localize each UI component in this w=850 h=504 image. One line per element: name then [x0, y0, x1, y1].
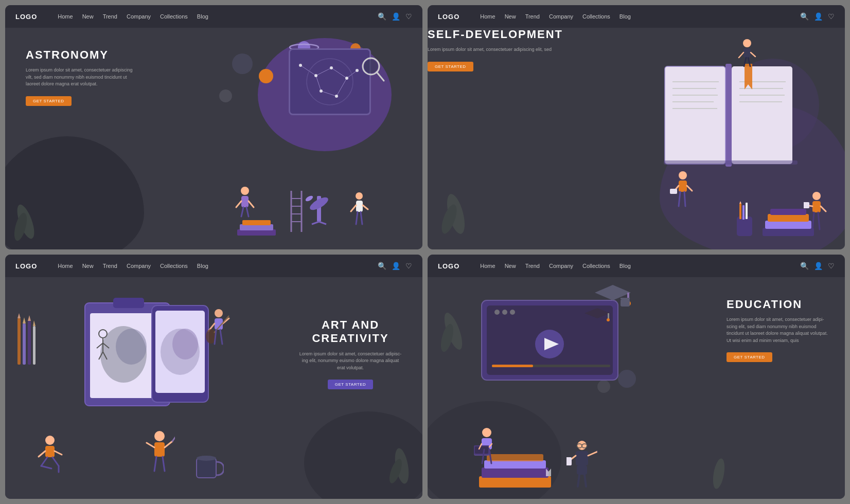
nav-collections-3[interactable]: Collections: [160, 263, 188, 269]
svg-line-40: [363, 205, 368, 209]
nav-collections-2[interactable]: Collections: [582, 13, 610, 20]
heart-icon-4[interactable]: ♡: [828, 262, 835, 270]
svg-rect-185: [576, 451, 588, 465]
svg-rect-49: [665, 66, 725, 164]
svg-rect-64: [743, 48, 751, 58]
svg-line-121: [39, 451, 45, 457]
nav-trend-2[interactable]: Trend: [525, 13, 540, 20]
big-book: [649, 53, 814, 179]
nav-new-2[interactable]: New: [505, 13, 516, 20]
svg-point-152: [502, 310, 507, 315]
svg-line-7: [321, 91, 337, 96]
nav-icons-1: 🔍 👤 ♡: [378, 12, 412, 21]
svg-rect-167: [479, 476, 551, 488]
svg-rect-79: [770, 209, 806, 215]
user-icon-4[interactable]: 👤: [814, 262, 823, 270]
person-laptop: [469, 427, 505, 471]
svg-line-115: [172, 434, 175, 441]
nav-home-1[interactable]: Home: [58, 13, 73, 20]
user-icon-1[interactable]: 👤: [392, 12, 400, 21]
nav-company-1[interactable]: Company: [127, 13, 151, 20]
nav-trend-3[interactable]: Trend: [103, 263, 117, 269]
svg-rect-176: [475, 446, 488, 454]
svg-rect-112: [154, 442, 165, 457]
get-started-button-astronomy[interactable]: GET STARTED: [26, 96, 72, 106]
svg-line-89: [821, 206, 826, 211]
nav-blog-4[interactable]: Blog: [619, 263, 631, 269]
leaf-decor-1: [10, 201, 41, 244]
svg-line-36: [246, 207, 249, 217]
nav-home-3[interactable]: Home: [58, 263, 73, 269]
heart-icon-2[interactable]: ♡: [828, 12, 835, 21]
nav-icons-4: 🔍 👤 ♡: [800, 262, 835, 270]
search-icon-2[interactable]: 🔍: [800, 12, 809, 21]
section-title-astronomy: ASTRONOMY: [26, 48, 139, 62]
search-icon-4[interactable]: 🔍: [800, 262, 809, 270]
svg-line-125: [41, 466, 51, 469]
svg-line-192: [585, 475, 586, 487]
user-icon-3[interactable]: 👤: [392, 262, 400, 270]
card-body-astronomy: ASTRONOMY Lorem ipsum dolor sit amet, co…: [5, 28, 422, 249]
nav-company-3[interactable]: Company: [127, 263, 151, 269]
svg-rect-72: [670, 189, 677, 194]
nav-trend-4[interactable]: Trend: [525, 263, 540, 269]
svg-marker-135: [28, 315, 31, 321]
nav-blog-3[interactable]: Blog: [197, 263, 208, 269]
svg-line-145: [220, 330, 222, 344]
nav-new-1[interactable]: New: [82, 13, 94, 20]
svg-rect-81: [739, 204, 741, 219]
svg-line-191: [578, 475, 579, 487]
mug: [196, 451, 224, 483]
section-body-selfdev: Lorem ipsum dolor sit amet, consectetuer…: [428, 46, 845, 53]
search-icon-3[interactable]: 🔍: [378, 262, 386, 270]
svg-line-186: [588, 452, 597, 456]
tablet: [149, 303, 211, 408]
person-standing-right: [804, 191, 829, 239]
navbar-art: LOGO Home New Trend Company Collections …: [5, 255, 422, 277]
svg-point-153: [510, 310, 515, 315]
get-started-button-education[interactable]: GET STARTED: [727, 352, 772, 362]
svg-rect-88: [804, 202, 809, 208]
search-icon-1[interactable]: 🔍: [378, 12, 386, 21]
sitting-person-art: [36, 435, 64, 478]
section-title-selfdev: SELF-DEVELOPMENT: [428, 28, 845, 41]
card-art: LOGO Home New Trend Company Collections …: [5, 255, 422, 499]
nav-trend-1[interactable]: Trend: [103, 13, 117, 20]
nav-company-2[interactable]: Company: [549, 13, 573, 20]
get-started-button-art[interactable]: GET STARTED: [328, 380, 374, 389]
svg-rect-83: [746, 203, 748, 219]
pencils-vertical: [15, 308, 36, 372]
svg-line-117: [154, 457, 156, 471]
get-started-button-selfdev[interactable]: GET STARTED: [428, 62, 473, 71]
nav-collections-1[interactable]: Collections: [160, 13, 188, 20]
heart-icon-1[interactable]: ♡: [405, 12, 412, 21]
svg-point-14: [320, 89, 323, 93]
svg-point-161: [607, 318, 610, 321]
svg-line-19: [377, 72, 384, 81]
svg-line-180: [489, 449, 491, 463]
svg-line-22: [319, 222, 326, 224]
user-icon-2[interactable]: 👤: [814, 12, 823, 21]
nav-collections-4[interactable]: Collections: [582, 263, 610, 269]
svg-rect-190: [577, 465, 587, 475]
svg-point-195: [711, 458, 727, 490]
svg-point-99: [116, 329, 147, 365]
nav-new-4[interactable]: New: [505, 263, 516, 269]
svg-marker-133: [23, 317, 26, 323]
nav-blog-2[interactable]: Blog: [619, 13, 631, 20]
nav-new-3[interactable]: New: [82, 263, 94, 269]
nav-logo-1: LOGO: [15, 13, 37, 21]
nav-home-2[interactable]: Home: [480, 13, 495, 20]
svg-rect-78: [768, 214, 809, 222]
svg-rect-70: [679, 181, 687, 192]
person-at-telescope: [348, 191, 371, 234]
section-body-astronomy: Lorem ipsum dolor sit amet, consectetuer…: [26, 67, 139, 88]
nav-blog-1[interactable]: Blog: [197, 13, 208, 20]
nav-company-4[interactable]: Company: [549, 263, 573, 269]
nav-home-4[interactable]: Home: [480, 263, 495, 269]
svg-line-114: [165, 441, 172, 447]
heart-icon-3[interactable]: ♡: [405, 262, 412, 270]
section-title-education: EDUCATION: [727, 298, 829, 311]
svg-line-4: [331, 68, 347, 78]
svg-rect-130: [17, 318, 21, 365]
